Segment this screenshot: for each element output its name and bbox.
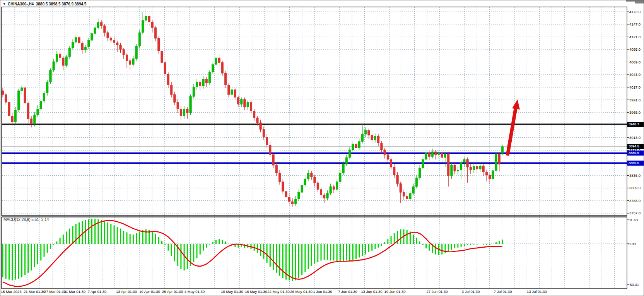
price-axis-label: 3913.0 xyxy=(629,135,644,140)
time-axis-label: 4 May 01:30 xyxy=(178,289,211,294)
price-macd-chart-canvas[interactable] xyxy=(0,0,644,296)
price-axis-label: 4017.0 xyxy=(629,85,644,89)
price-axis-label: 4121.0 xyxy=(629,35,644,39)
macd-axis-tick-min: -53.31 xyxy=(629,282,644,287)
chart-title-bar: ▼ CHINA300-,H4 3880.5 3898.5 3876.9 3894… xyxy=(3,2,86,7)
price-axis-label: 3965.0 xyxy=(629,110,644,115)
hline-price-badge-3880: 3880.9 xyxy=(627,151,644,156)
price-axis-label: 3991.0 xyxy=(629,98,644,102)
scrollbar-corner xyxy=(635,0,644,3)
price-axis-label: 4043.0 xyxy=(629,72,644,77)
time-axis-label: 7 Jul 01:30 xyxy=(487,289,519,294)
hline-price-badge-3860: 3860.5 xyxy=(627,161,644,166)
time-axis-label: 19 Jun 01:30 xyxy=(379,289,411,294)
macd-indicator-label: MACD(12,26,9) 5.51 -3.14 xyxy=(3,217,49,222)
time-axis-label: 27 Jun 01:30 xyxy=(421,289,453,294)
price-axis-label: 3783.0 xyxy=(629,198,644,203)
price-axis-label: 3835.0 xyxy=(629,173,644,178)
time-axis-label: 13 Jul 01:30 xyxy=(521,289,553,294)
macd-axis-tick-zero: 0.00 xyxy=(629,242,644,246)
up-arrow-annotation[interactable] xyxy=(507,106,516,156)
chart-title-ohlc: CHINA300-,H4 3880.5 3898.5 3876.9 3894.5 xyxy=(8,2,86,6)
macd-axis-tick-max: 31.43 xyxy=(629,218,644,222)
time-axis-label: 3 Jul 01:30 xyxy=(454,289,487,294)
price-axis-label: 3809.0 xyxy=(629,186,644,190)
hline-price-badge-3940: 3940.7 xyxy=(627,122,644,127)
price-axis-label: 4069.0 xyxy=(629,60,644,64)
price-axis-label: 4147.0 xyxy=(629,22,644,26)
current-price-badge: 3894.5 xyxy=(627,144,644,149)
trading-chart-window: ▼ CHINA300-,H4 3880.5 3898.5 3876.9 3894… xyxy=(0,0,644,296)
price-axis-label: 4095.0 xyxy=(629,47,644,51)
price-axis-label: 3757.0 xyxy=(629,211,644,215)
time-axis-label: 7 Apr 01:30 xyxy=(81,289,113,294)
chart-symbol-dropdown-icon[interactable]: ▼ xyxy=(3,2,6,6)
price-axis-label: 4173.0 xyxy=(629,10,644,14)
